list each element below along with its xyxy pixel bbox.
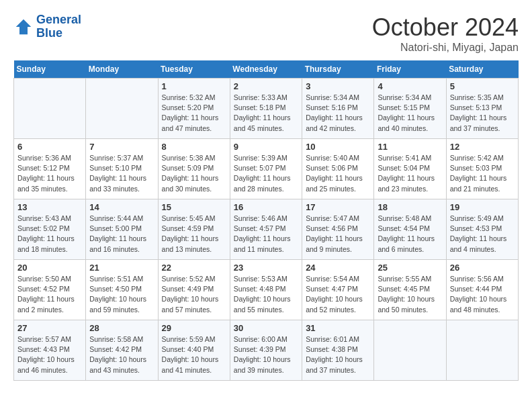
day-info: Sunrise: 6:00 AM Sunset: 4:39 PM Dayligh… [234,334,298,375]
title-area: October 2024 Natori-shi, Miyagi, Japan [372,13,519,54]
day-info: Sunrise: 5:37 AM Sunset: 5:10 PM Dayligh… [89,153,154,194]
day-number: 30 [234,323,298,333]
table-row: 23Sunrise: 5:53 AM Sunset: 4:48 PM Dayli… [230,260,302,320]
day-number: 29 [162,323,226,333]
calendar-week-row: 20Sunrise: 5:50 AM Sunset: 4:52 PM Dayli… [14,260,519,320]
table-row: 14Sunrise: 5:44 AM Sunset: 5:00 PM Dayli… [86,199,158,260]
day-number: 16 [234,202,298,212]
day-number: 21 [89,263,154,273]
day-info: Sunrise: 5:44 AM Sunset: 5:00 PM Dayligh… [89,214,154,255]
calendar-week-row: 6Sunrise: 5:36 AM Sunset: 5:12 PM Daylig… [14,139,519,199]
day-info: Sunrise: 5:49 AM Sunset: 4:53 PM Dayligh… [450,214,515,255]
day-number: 18 [378,202,442,212]
day-number: 31 [306,323,370,333]
day-number: 2 [234,81,298,91]
day-info: Sunrise: 5:53 AM Sunset: 4:48 PM Dayligh… [234,274,298,315]
table-row: 29Sunrise: 5:59 AM Sunset: 4:40 PM Dayli… [158,320,230,381]
day-info: Sunrise: 5:51 AM Sunset: 4:50 PM Dayligh… [89,274,154,315]
table-row: 4Sunrise: 5:34 AM Sunset: 5:15 PM Daylig… [374,79,446,139]
table-row [446,320,518,381]
table-row [14,79,86,139]
table-row: 10Sunrise: 5:40 AM Sunset: 5:06 PM Dayli… [302,139,374,199]
table-row: 31Sunrise: 6:01 AM Sunset: 4:38 PM Dayli… [302,320,374,381]
day-number: 17 [306,202,370,212]
day-info: Sunrise: 5:55 AM Sunset: 4:45 PM Dayligh… [378,274,442,315]
table-row: 13Sunrise: 5:43 AM Sunset: 5:02 PM Dayli… [14,199,86,260]
day-number: 1 [162,81,226,91]
table-row: 2Sunrise: 5:33 AM Sunset: 5:18 PM Daylig… [230,79,302,139]
table-row: 9Sunrise: 5:39 AM Sunset: 5:07 PM Daylig… [230,139,302,199]
day-info: Sunrise: 5:46 AM Sunset: 4:57 PM Dayligh… [234,214,298,255]
logo: General Blue [13,13,81,40]
logo-icon [13,17,34,37]
day-number: 28 [89,323,154,333]
table-row: 26Sunrise: 5:56 AM Sunset: 4:44 PM Dayli… [446,260,518,320]
col-sunday: Sunday [14,60,86,79]
day-number: 8 [162,142,226,152]
calendar-week-row: 27Sunrise: 5:57 AM Sunset: 4:43 PM Dayli… [14,320,519,381]
calendar-table: Sunday Monday Tuesday Wednesday Thursday… [13,60,519,381]
table-row: 27Sunrise: 5:57 AM Sunset: 4:43 PM Dayli… [14,320,86,381]
table-row: 21Sunrise: 5:51 AM Sunset: 4:50 PM Dayli… [86,260,158,320]
col-monday: Monday [86,60,158,79]
calendar-title: October 2024 [372,13,519,42]
col-thursday: Thursday [302,60,374,79]
day-number: 6 [17,142,82,152]
table-row: 20Sunrise: 5:50 AM Sunset: 4:52 PM Dayli… [14,260,86,320]
table-row: 12Sunrise: 5:42 AM Sunset: 5:03 PM Dayli… [446,139,518,199]
day-number: 24 [306,263,370,273]
day-info: Sunrise: 5:38 AM Sunset: 5:09 PM Dayligh… [162,153,226,194]
day-number: 20 [17,263,82,273]
day-info: Sunrise: 5:34 AM Sunset: 5:15 PM Dayligh… [378,93,442,134]
table-row: 19Sunrise: 5:49 AM Sunset: 4:53 PM Dayli… [446,199,518,260]
day-info: Sunrise: 5:34 AM Sunset: 5:16 PM Dayligh… [306,93,370,134]
logo-text: General Blue [36,13,81,40]
table-row: 15Sunrise: 5:45 AM Sunset: 4:59 PM Dayli… [158,199,230,260]
day-info: Sunrise: 5:40 AM Sunset: 5:06 PM Dayligh… [306,153,370,194]
day-number: 15 [162,202,226,212]
day-number: 9 [234,142,298,152]
svg-marker-0 [16,19,32,35]
day-info: Sunrise: 5:43 AM Sunset: 5:02 PM Dayligh… [17,214,82,255]
day-number: 25 [378,263,442,273]
day-info: Sunrise: 5:35 AM Sunset: 5:13 PM Dayligh… [450,93,515,134]
day-info: Sunrise: 5:45 AM Sunset: 4:59 PM Dayligh… [162,214,226,255]
table-row [86,79,158,139]
table-row: 18Sunrise: 5:48 AM Sunset: 4:54 PM Dayli… [374,199,446,260]
day-info: Sunrise: 5:47 AM Sunset: 4:56 PM Dayligh… [306,214,370,255]
col-tuesday: Tuesday [158,60,230,79]
table-row: 17Sunrise: 5:47 AM Sunset: 4:56 PM Dayli… [302,199,374,260]
table-row: 30Sunrise: 6:00 AM Sunset: 4:39 PM Dayli… [230,320,302,381]
table-row: 11Sunrise: 5:41 AM Sunset: 5:04 PM Dayli… [374,139,446,199]
table-row: 25Sunrise: 5:55 AM Sunset: 4:45 PM Dayli… [374,260,446,320]
table-row: 1Sunrise: 5:32 AM Sunset: 5:20 PM Daylig… [158,79,230,139]
day-number: 26 [450,263,515,273]
day-info: Sunrise: 5:57 AM Sunset: 4:43 PM Dayligh… [17,334,82,375]
table-row: 28Sunrise: 5:58 AM Sunset: 4:42 PM Dayli… [86,320,158,381]
day-number: 3 [306,81,370,91]
day-info: Sunrise: 5:52 AM Sunset: 4:49 PM Dayligh… [162,274,226,315]
day-number: 5 [450,81,515,91]
day-number: 7 [89,142,154,152]
calendar-header-row: Sunday Monday Tuesday Wednesday Thursday… [14,60,519,79]
day-number: 12 [450,142,515,152]
day-info: Sunrise: 5:33 AM Sunset: 5:18 PM Dayligh… [234,93,298,134]
day-info: Sunrise: 5:54 AM Sunset: 4:47 PM Dayligh… [306,274,370,315]
calendar-subtitle: Natori-shi, Miyagi, Japan [372,42,519,54]
table-row: 16Sunrise: 5:46 AM Sunset: 4:57 PM Dayli… [230,199,302,260]
day-number: 11 [378,142,442,152]
day-info: Sunrise: 5:36 AM Sunset: 5:12 PM Dayligh… [17,153,82,194]
col-friday: Friday [374,60,446,79]
day-info: Sunrise: 5:39 AM Sunset: 5:07 PM Dayligh… [234,153,298,194]
col-saturday: Saturday [446,60,518,79]
day-number: 27 [17,323,82,333]
day-number: 19 [450,202,515,212]
table-row: 6Sunrise: 5:36 AM Sunset: 5:12 PM Daylig… [14,139,86,199]
day-number: 4 [378,81,442,91]
table-row: 8Sunrise: 5:38 AM Sunset: 5:09 PM Daylig… [158,139,230,199]
calendar-week-row: 1Sunrise: 5:32 AM Sunset: 5:20 PM Daylig… [14,79,519,139]
day-number: 14 [89,202,154,212]
day-info: Sunrise: 5:48 AM Sunset: 4:54 PM Dayligh… [378,214,442,255]
day-info: Sunrise: 5:50 AM Sunset: 4:52 PM Dayligh… [17,274,82,315]
day-info: Sunrise: 5:56 AM Sunset: 4:44 PM Dayligh… [450,274,515,315]
